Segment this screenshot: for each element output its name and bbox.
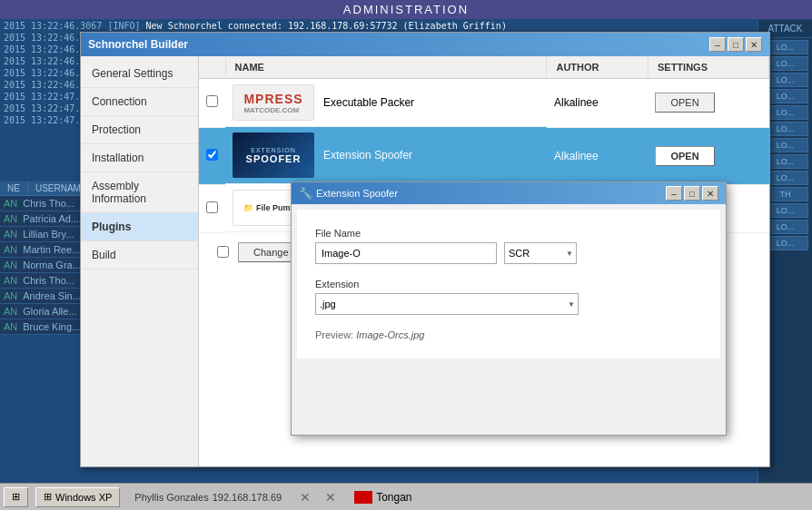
language-item: Tongan: [347, 489, 419, 505]
start-button[interactable]: ⊞: [4, 487, 28, 507]
sidebar-item-label: Protection: [92, 123, 141, 136]
scr-select-wrapper: SCR EXE COM: [504, 242, 577, 264]
open-plugin-button[interactable]: OPEN: [655, 93, 714, 113]
sidebar-item-protection[interactable]: Protection: [81, 116, 198, 144]
preview-label: Preview:: [315, 329, 353, 340]
filename-label: File Name: [315, 228, 702, 239]
sidebar-item-label: General Settings: [92, 67, 173, 80]
sidebar-item-general-settings[interactable]: General Settings: [81, 60, 198, 88]
sidebar-item-label: Installation: [92, 152, 144, 164]
filename-input[interactable]: [315, 242, 497, 264]
sidebar-nav: General Settings Connection Protection I…: [81, 56, 199, 466]
dialog-controls: – □ ✕: [666, 186, 718, 201]
plugin-checkbox[interactable]: [206, 201, 218, 213]
sidebar-item-installation[interactable]: Installation: [81, 144, 198, 172]
col-author: AUTHOR: [547, 56, 649, 79]
col-settings: SETTINGS: [648, 56, 768, 79]
user-ip: 192.168.178.69: [213, 492, 282, 503]
preview-area: Preview: Image-Orcs.jpg: [315, 329, 702, 340]
window-titlebar: Schnorchel Builder – □ ✕: [81, 33, 769, 56]
window-title: Schnorchel Builder: [88, 38, 188, 51]
start-icon: ⊞: [12, 491, 20, 503]
os-label: Windows XP: [55, 492, 112, 503]
dialog-close-button[interactable]: ✕: [702, 186, 718, 201]
table-row: MPRESS MATCODE.COM Executable Packer Alk…: [199, 79, 769, 128]
log-line: 2015 13:22:46.3067 [INFO] New Schnorchel…: [0, 20, 209, 32]
extension-label: Extension: [315, 279, 702, 289]
extension-group: Extension .jpg .png .pdf .doc .txt: [315, 279, 702, 315]
dialog-titlebar: 🔧 Extension Spoofer – □ ✕: [292, 182, 726, 204]
sidebar-item-label: Build: [92, 249, 116, 261]
dialog-title-text: Extension Spoofer: [316, 188, 398, 199]
windows-icon: ⊞: [44, 491, 52, 503]
open-plugin-button[interactable]: OPEN: [655, 146, 714, 166]
close-icon-2[interactable]: ✕: [322, 490, 340, 505]
close-icon-1[interactable]: ✕: [296, 490, 314, 505]
plugin-checkbox[interactable]: [206, 95, 218, 107]
extension-select[interactable]: .jpg .png .pdf .doc .txt: [315, 293, 579, 315]
extension-spoofer-dialog: 🔧 Extension Spoofer – □ ✕ File Name SCR …: [291, 181, 727, 436]
plugin-name: Executable Packer: [323, 96, 414, 109]
sidebar-item-label: Connection: [92, 95, 147, 108]
maximize-button[interactable]: □: [728, 37, 744, 52]
dialog-minimize-button[interactable]: –: [666, 186, 682, 201]
col-name: NAME: [225, 56, 547, 79]
scr-select[interactable]: SCR EXE COM: [504, 242, 577, 264]
close-button[interactable]: ✕: [746, 37, 762, 52]
admin-header: ADMINISTRATION: [0, 0, 812, 19]
sidebar-item-build[interactable]: Build: [81, 241, 198, 270]
user-info: Phyllis Gonzales 192.168.178.69: [127, 490, 289, 505]
plugin-author: Alkalinee: [547, 79, 649, 128]
sidebar-item-connection[interactable]: Connection: [81, 88, 198, 116]
admin-title: ADMINISTRATION: [343, 3, 469, 16]
mpress-logo: MPRESS MATCODE.COM: [233, 84, 314, 121]
change-icon-checkbox[interactable]: [217, 246, 229, 258]
dialog-body: File Name SCR EXE COM Extension .jpg .pn…: [297, 210, 720, 358]
plugin-author: Alkalinee: [547, 127, 649, 184]
taskbar-os-item[interactable]: ⊞ Windows XP: [35, 487, 120, 507]
plugin-name: Extension Spoofer: [323, 149, 412, 162]
plugin-checkbox[interactable]: [206, 149, 218, 161]
filename-group: File Name SCR EXE COM: [315, 228, 702, 264]
flag-icon: [354, 491, 372, 504]
window-controls: – □ ✕: [709, 37, 762, 52]
extension-select-wrapper: .jpg .png .pdf .doc .txt: [315, 293, 579, 315]
filename-row: SCR EXE COM: [315, 242, 702, 264]
sidebar-item-label: Assembly Information: [92, 180, 146, 205]
preview-value: Image-Orcs.jpg: [356, 329, 424, 340]
user-name: Phyllis Gonzales: [134, 492, 208, 503]
sidebar-item-assembly-information[interactable]: Assembly Information: [81, 172, 198, 213]
language-label: Tongan: [376, 491, 411, 504]
minimize-button[interactable]: –: [709, 37, 726, 52]
dialog-title: 🔧 Extension Spoofer: [299, 187, 398, 200]
sidebar-item-label: Plugins: [92, 221, 131, 233]
col-ne: NE: [0, 181, 28, 195]
sidebar-item-plugins[interactable]: Plugins: [81, 213, 198, 241]
table-row: EXTENSION SPOOFER Extension Spoofer Alka…: [199, 127, 769, 184]
taskbar: ⊞ ⊞ Windows XP Phyllis Gonzales 192.168.…: [0, 483, 812, 510]
extension-spoofer-logo: EXTENSION SPOOFER: [233, 132, 314, 178]
dialog-maximize-button[interactable]: □: [684, 186, 700, 201]
